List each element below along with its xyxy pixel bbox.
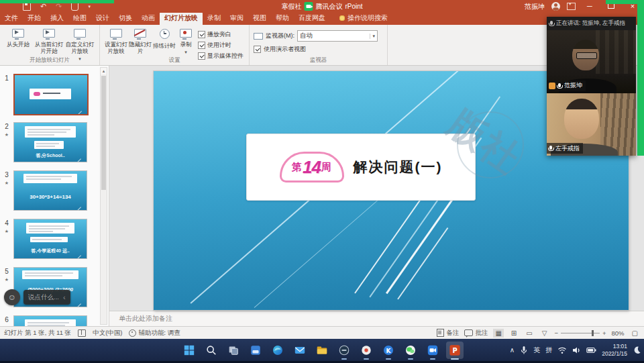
- normal-view-button[interactable]: ▦: [493, 329, 503, 338]
- speaker-icon[interactable]: [572, 346, 581, 354]
- search-button[interactable]: [203, 342, 220, 359]
- ime-mode-button[interactable]: 拼: [545, 346, 552, 355]
- thumbnail-image[interactable]: 答,分School..: [13, 122, 87, 162]
- save-icon[interactable]: [23, 3, 31, 11]
- mail-button[interactable]: [291, 342, 309, 359]
- mic-icon: [558, 83, 561, 87]
- hide-slide-button[interactable]: 隐藏幻灯片: [128, 28, 152, 55]
- comments-toggle-button[interactable]: 批注: [464, 329, 488, 338]
- tab-record[interactable]: 录制: [203, 12, 225, 25]
- tab-slide-show[interactable]: 幻灯片放映: [160, 12, 203, 25]
- minimize-button[interactable]: ─: [582, 0, 597, 13]
- microphone-icon[interactable]: [520, 346, 528, 355]
- share-border-top-left: [0, 0, 114, 3]
- thumbnail-image[interactable]: 30+30*3+14=134: [13, 170, 87, 211]
- meeting-app-button[interactable]: [424, 342, 441, 359]
- zoom-track[interactable]: [561, 333, 600, 333]
- tab-help[interactable]: 帮助: [271, 12, 294, 25]
- tab-review[interactable]: 审阅: [225, 12, 248, 25]
- thumbnail-slide-2[interactable]: 2★ 答,分School..: [0, 122, 109, 162]
- account-avatar[interactable]: [551, 2, 560, 11]
- slide-title-text: 解决问题(一): [354, 158, 443, 176]
- tab-view[interactable]: 视图: [248, 12, 271, 25]
- task-view-button[interactable]: [225, 342, 242, 359]
- video-feed-participant-2[interactable]: 左手戒指: [547, 93, 636, 156]
- zoom-slider[interactable]: − +: [554, 329, 606, 337]
- scrollbar-thumb[interactable]: [101, 76, 106, 190]
- zoom-out-button[interactable]: −: [554, 329, 558, 337]
- tray-chevron-icon[interactable]: ∧: [510, 346, 515, 354]
- tab-draw[interactable]: 绘图: [68, 12, 91, 25]
- thumbnail-slide-1[interactable]: 1: [0, 74, 109, 115]
- redo-icon[interactable]: ↷: [56, 3, 62, 10]
- record-button[interactable]: 录制 ▾: [176, 28, 195, 55]
- wifi-icon[interactable]: [557, 346, 567, 354]
- from-current-slide-button[interactable]: 从当前幻灯片开始: [34, 28, 64, 55]
- qat-dropdown-icon[interactable]: ▾: [88, 4, 91, 9]
- thumbnail-image[interactable]: 答,今季返程40 运..: [13, 219, 87, 259]
- slide-sorter-view-button[interactable]: ⊞: [509, 329, 519, 338]
- accessibility-checker[interactable]: 辅助功能: 调查: [129, 329, 180, 338]
- from-beginning-button[interactable]: 从头开始: [3, 28, 34, 48]
- chat-overlay[interactable]: ☺ 说点什么... ‹: [4, 289, 70, 305]
- tab-home[interactable]: 开始: [23, 12, 46, 25]
- reading-view-button[interactable]: ▭: [524, 329, 534, 338]
- dell-app-button[interactable]: [335, 342, 353, 359]
- start-button[interactable]: [180, 342, 198, 359]
- collapse-chevron-icon[interactable]: ‹: [63, 293, 66, 301]
- tab-insert[interactable]: 插入: [46, 12, 68, 25]
- rehearse-timings-button[interactable]: 排练计时: [152, 28, 176, 50]
- file-explorer-button[interactable]: [313, 342, 331, 359]
- video-feed-participant-1[interactable]: 范振坤: [547, 30, 636, 93]
- setup-slideshow-button[interactable]: 设置幻灯片放映: [104, 28, 128, 55]
- tab-file[interactable]: 文件: [0, 12, 23, 25]
- tell-me-search[interactable]: 操作说明搜索: [339, 13, 388, 25]
- slide-counter[interactable]: 幻灯片 第 1 张, 共 11 张: [4, 329, 71, 338]
- use-timings-checkbox[interactable]: 使用计时: [198, 41, 244, 50]
- zoom-level[interactable]: 80%: [612, 329, 625, 337]
- battery-icon[interactable]: [586, 347, 596, 354]
- use-presenter-view-checkbox[interactable]: 使用演示者视图: [254, 45, 378, 54]
- thumbnail-slide-6[interactable]: 6★: [0, 315, 109, 326]
- music-icon: [360, 344, 372, 356]
- edge-browser-button[interactable]: [269, 342, 286, 359]
- print-preview-icon[interactable]: [71, 3, 78, 11]
- search-icon: [205, 344, 217, 356]
- spellcheck-icon[interactable]: [78, 329, 86, 337]
- taskbar-clock[interactable]: 13:01 2022/1/15: [602, 343, 627, 357]
- notes-toggle-button[interactable]: 备注: [437, 329, 459, 338]
- ime-language-button[interactable]: 英: [533, 346, 540, 355]
- zoom-in-button[interactable]: +: [602, 329, 606, 337]
- ribbon-display-options-icon[interactable]: [567, 3, 576, 10]
- scroll-up-icon[interactable]: ▴: [101, 68, 107, 74]
- powerpoint-taskbar-button[interactable]: P: [446, 342, 464, 359]
- monitor-select[interactable]: 自动 ▾: [297, 30, 378, 42]
- thumbnail-image[interactable]: [13, 74, 89, 115]
- fit-to-window-button[interactable]: ▢: [630, 329, 640, 338]
- k-app-button[interactable]: K: [380, 342, 397, 359]
- slide-title-box[interactable]: 第 14 周 解决问题(一): [246, 134, 476, 201]
- thumbnail-slide-4[interactable]: 4★ 答,今季返程40 运..: [0, 219, 109, 259]
- focus-assist-moon-icon[interactable]: [633, 346, 641, 354]
- music-app-button[interactable]: [358, 342, 375, 359]
- zoom-thumb[interactable]: [592, 330, 594, 336]
- meeting-overlay-badge[interactable]: [304, 2, 313, 11]
- undo-icon[interactable]: ↶: [40, 3, 46, 10]
- meeting-video-panel[interactable]: 正在讲话: 范振坤, 左手戒指 范振坤 左手戒指: [547, 17, 636, 156]
- notes-pane[interactable]: 单击此处添加备注: [109, 311, 644, 326]
- thumbnail-scrollbar[interactable]: ▴: [100, 67, 107, 325]
- play-narrations-checkbox[interactable]: 播放旁白: [198, 30, 244, 39]
- emoji-icon[interactable]: ☺: [4, 289, 20, 305]
- language-indicator[interactable]: 中文(中国): [93, 329, 122, 338]
- account-name[interactable]: 范振坤: [525, 2, 545, 11]
- widgets-button[interactable]: [247, 342, 264, 359]
- wechat-button[interactable]: [402, 342, 419, 359]
- tab-transitions[interactable]: 切换: [114, 12, 137, 25]
- slideshow-view-button[interactable]: ▽: [540, 329, 549, 338]
- tab-baidu-netdisk[interactable]: 百度网盘: [294, 12, 330, 25]
- tab-animations[interactable]: 动画: [137, 12, 160, 25]
- tab-design[interactable]: 设计: [91, 12, 114, 25]
- thumbnail-slide-3[interactable]: 3★ 30+30*3+14=134: [0, 170, 109, 211]
- chat-input[interactable]: 说点什么... ‹: [23, 290, 70, 305]
- thumbnail-image[interactable]: [13, 315, 87, 326]
